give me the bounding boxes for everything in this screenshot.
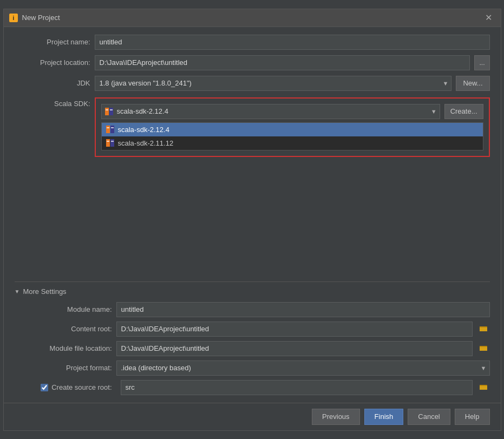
- svg-rect-6: [106, 126, 110, 133]
- more-settings-label: More Settings: [23, 287, 66, 296]
- more-settings-toggle[interactable]: ▼ More Settings: [15, 287, 490, 296]
- project-location-row: Project location: ...: [15, 55, 490, 70]
- more-settings-triangle-icon: ▼: [15, 289, 20, 294]
- create-source-label: Create source root:: [51, 383, 112, 391]
- project-location-label: Project location:: [15, 58, 90, 67]
- module-name-label: Module name:: [15, 305, 112, 313]
- new-project-dialog: i New Project ✕ Project name: Project lo…: [3, 9, 501, 431]
- create-sdk-button[interactable]: Create...: [444, 104, 483, 119]
- source-root-input[interactable]: [121, 380, 473, 395]
- previous-button[interactable]: Previous: [312, 409, 360, 425]
- dialog-title: New Project: [22, 14, 60, 22]
- jdk-select-wrapper: 1.8 (java version "1.8.0_241") ▼: [95, 76, 452, 91]
- scala-sdk-option-1[interactable]: scala-sdk-2.11.12: [102, 136, 483, 150]
- scala-sdk-dropdown-section: scala-sdk-2.12.4 ▼ Create...: [95, 97, 490, 157]
- more-settings-section: ▼ More Settings Module name: Content roo…: [15, 281, 490, 395]
- sdk-option-0-label: scala-sdk-2.12.4: [118, 126, 169, 134]
- module-file-browse-button[interactable]: [477, 344, 490, 353]
- more-settings-grid: Module name: Content root:: [15, 302, 490, 395]
- scala-sdk-select-wrapper: scala-sdk-2.12.4 ▼: [101, 104, 440, 119]
- title-bar-left: i New Project: [9, 14, 60, 22]
- project-format-select[interactable]: .idea (directory based): [116, 361, 490, 376]
- sdk-option-0-icon: [106, 126, 115, 133]
- module-name-row: Module name:: [15, 302, 490, 317]
- module-file-label: Module file location:: [15, 344, 112, 352]
- project-name-row: Project name:: [15, 35, 490, 50]
- scala-sdk-option-0[interactable]: scala-sdk-2.12.4: [102, 123, 483, 136]
- finish-button[interactable]: Finish: [364, 409, 404, 425]
- scala-sdk-dropdown-arrow: ▼: [431, 108, 437, 115]
- svg-rect-10: [106, 139, 110, 147]
- module-file-input[interactable]: [116, 341, 473, 356]
- sdk-option-1-label: scala-sdk-2.11.12: [118, 139, 174, 147]
- close-button[interactable]: ✕: [482, 12, 495, 23]
- scala-sdk-options-list: scala-sdk-2.12.4 sca: [101, 122, 483, 150]
- project-name-label: Project name:: [15, 38, 90, 46]
- svg-rect-7: [110, 126, 114, 133]
- scala-sdk-icon: [105, 108, 114, 115]
- project-name-input[interactable]: [95, 35, 490, 50]
- svg-rect-12: [107, 141, 109, 142]
- module-file-row: Module file location:: [15, 341, 490, 356]
- svg-rect-8: [107, 127, 109, 128]
- scala-sdk-select-display[interactable]: scala-sdk-2.12.4 ▼: [101, 104, 440, 119]
- help-button[interactable]: Help: [455, 409, 490, 425]
- jdk-row: JDK 1.8 (java version "1.8.0_241") ▼ New…: [15, 76, 490, 91]
- spacer: [15, 162, 490, 276]
- dialog-body: Project name: Project location: ... JDK …: [4, 27, 501, 403]
- svg-rect-3: [109, 108, 113, 115]
- svg-rect-11: [110, 139, 114, 147]
- create-source-label-area: Create source root:: [15, 383, 112, 391]
- title-bar: i New Project ✕: [4, 9, 501, 27]
- svg-rect-5: [110, 109, 113, 110]
- svg-rect-4: [106, 109, 108, 110]
- new-jdk-button[interactable]: New...: [456, 76, 489, 91]
- svg-rect-2: [105, 108, 109, 115]
- module-name-input[interactable]: [116, 302, 490, 317]
- create-source-checkbox-group: Create source root:: [41, 383, 112, 391]
- project-format-label: Project format:: [15, 364, 112, 372]
- content-root-label: Content root:: [15, 325, 112, 333]
- create-source-checkbox[interactable]: [41, 384, 48, 391]
- scala-sdk-header-row: scala-sdk-2.12.4 ▼ Create...: [101, 104, 483, 119]
- app-icon: i: [9, 14, 18, 22]
- jdk-select[interactable]: 1.8 (java version "1.8.0_241"): [95, 76, 452, 91]
- dialog-footer: Previous Finish Cancel Help: [4, 403, 501, 430]
- svg-rect-9: [111, 127, 114, 128]
- scala-sdk-section-wrapper: Scala SDK:: [15, 96, 490, 157]
- sdk-option-1-icon: [106, 139, 115, 147]
- svg-rect-13: [111, 141, 114, 142]
- content-root-input[interactable]: [116, 322, 473, 337]
- project-location-input[interactable]: [95, 55, 470, 70]
- project-format-row: Project format: .idea (directory based) …: [15, 361, 490, 376]
- jdk-label: JDK: [15, 79, 90, 87]
- browse-button[interactable]: ...: [474, 55, 489, 70]
- project-format-select-wrapper: .idea (directory based) ▼: [116, 361, 490, 376]
- scala-sdk-label: Scala SDK:: [15, 96, 90, 108]
- source-root-browse-button[interactable]: [477, 383, 490, 392]
- content-root-browse-button[interactable]: [477, 324, 490, 333]
- content-root-row: Content root:: [15, 322, 490, 337]
- scala-sdk-content: scala-sdk-2.12.4 ▼ Create...: [95, 96, 490, 157]
- create-source-row: Create source root:: [15, 380, 490, 395]
- scala-sdk-selected-text: scala-sdk-2.12.4: [117, 107, 168, 115]
- svg-text:i: i: [12, 15, 14, 21]
- cancel-button[interactable]: Cancel: [408, 409, 450, 425]
